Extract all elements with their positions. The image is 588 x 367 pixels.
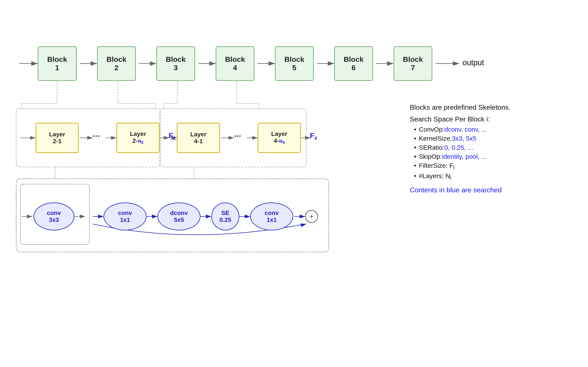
oval-se025-line1: SE — [221, 209, 229, 217]
oval-se025-line2: 0.25 — [219, 217, 231, 223]
block-5: Block 5 — [275, 46, 314, 81]
info-item-layers: #Layers: Ni — [414, 172, 565, 181]
info-item-skipop-label: SkipOp: — [419, 153, 442, 160]
dots-1: ··· — [93, 131, 100, 141]
info-item-skipop: SkipOp: identity, pool, ... — [414, 153, 565, 160]
block-5-label: Block — [285, 55, 304, 64]
dots-2: ··· — [234, 131, 241, 141]
block-6-num: 6 — [352, 64, 356, 72]
oval-conv1x1a-line1: conv — [118, 209, 132, 217]
oval-conv3x3-line1: conv — [47, 209, 61, 217]
layer-2-1-label: Layer — [49, 131, 65, 138]
info-panel: Blocks are predefined Skeletons. Search … — [410, 103, 565, 194]
layer-4-n4: Layer 4- N4 — [258, 123, 301, 153]
oval-dconv5x5-line2: 5x5 — [174, 217, 184, 223]
block-7-num: 7 — [411, 64, 415, 72]
info-item-kernelsize-label: KernelSize: — [419, 135, 452, 142]
block-6-label: Block — [344, 55, 364, 64]
block-3-label: Block — [166, 55, 186, 64]
block-3: Block 3 — [156, 46, 195, 81]
layer-2-1: Layer 2-1 — [35, 123, 79, 153]
info-item-filtersize-label: FilterSize: Fi — [419, 162, 455, 171]
layer-4-1-label: Layer — [190, 131, 207, 138]
layer-4-1: Layer 4-1 — [177, 123, 220, 153]
svg-line-41 — [304, 224, 306, 225]
info-item-seratio-label: SERatio: — [419, 144, 444, 151]
oval-conv1x1b-line1: conv — [265, 209, 279, 217]
info-item-kernelsize: KernelSize: 3x3, 5x5 — [414, 135, 565, 142]
plus-circle: + — [305, 210, 318, 223]
block-4: Block 4 — [216, 46, 254, 81]
layer-4-n4-subscript: N4 — [279, 139, 285, 145]
info-item-seratio-value: 0, 0.25, ... — [444, 144, 473, 151]
layer-2-n2-num: 2- — [133, 137, 138, 144]
block-7-label: Block — [403, 55, 423, 64]
output-label: output — [463, 58, 484, 67]
block-1-num: 1 — [55, 64, 59, 72]
oval-conv3x3: conv 3x3 — [34, 202, 74, 230]
info-item-kernelsize-value: 3x3, 5x5 — [452, 135, 476, 142]
oval-se025: SE 0.25 — [211, 202, 239, 230]
oval-conv1x1b-line2: 1x1 — [267, 217, 277, 223]
block-7: Block 7 — [394, 46, 432, 81]
oval-dconv5x5: dconv 5x5 — [157, 202, 200, 230]
block-2: Block 2 — [97, 46, 136, 81]
layer-4-n4-num: 4- — [274, 137, 279, 144]
info-item-seratio: SERatio: 0, 0.25, ... — [414, 144, 565, 151]
layer-4-1-num: 4-1 — [194, 138, 203, 145]
info-item-convop-value: dconv, conv, ... — [444, 126, 487, 133]
info-title: Blocks are predefined Skeletons. — [410, 103, 565, 111]
info-item-filtersize: FilterSize: Fi — [414, 162, 565, 171]
oval-conv3x3-line2: 3x3 — [49, 217, 59, 223]
block-3-num: 3 — [174, 64, 178, 72]
oval-dconv5x5-line1: dconv — [170, 209, 188, 217]
block-1-label: Block — [47, 55, 67, 64]
main-container: Block 1 Block 2 Block 3 Block 4 Block 5 … — [0, 0, 588, 367]
info-item-layers-label: #Layers: Ni — [419, 172, 451, 181]
block-2-label: Block — [106, 55, 127, 64]
block-2-num: 2 — [114, 64, 119, 72]
oval-conv1x1-a: conv 1x1 — [104, 202, 147, 230]
block-4-label: Block — [225, 55, 245, 64]
oval-conv1x1-b: conv 1x1 — [250, 202, 293, 230]
layer-2-n2-subscript: N2 — [138, 139, 143, 145]
info-item-skipop-value: identity, pool, ... — [442, 153, 487, 160]
layer-2-1-num: 2-1 — [53, 138, 61, 145]
layer-2-n2: Layer 2- N2 — [116, 123, 160, 153]
info-item-convop: ConvOp: dconv, conv, ... — [414, 126, 565, 133]
info-subtitle: Search Space Per Block i: — [410, 115, 565, 123]
f2-label: F2 — [169, 131, 176, 141]
info-list: ConvOp: dconv, conv, ... KernelSize: 3x3… — [414, 126, 565, 181]
oval-conv1x1a-line2: 1x1 — [120, 217, 130, 223]
block-6: Block 6 — [334, 46, 373, 81]
block-4-num: 4 — [233, 64, 237, 72]
block-1: Block 1 — [38, 46, 77, 81]
f4-label: F4 — [310, 131, 317, 141]
layer-2-n2-label: Layer — [130, 131, 146, 137]
blue-note: Contents in blue are searched — [410, 186, 565, 194]
layer-4-n4-label: Layer — [271, 131, 287, 137]
info-item-convop-label: ConvOp: — [419, 126, 444, 133]
block-5-num: 5 — [292, 64, 296, 72]
